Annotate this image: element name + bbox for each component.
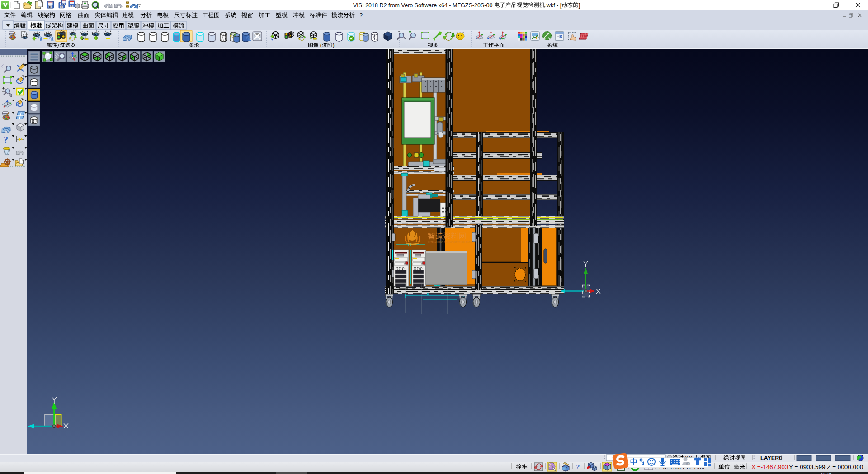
svg-text:?: ? xyxy=(4,135,8,145)
svg-text:VISI 2018 R2 from Vero Softwar: VISI 2018 R2 from Vero Software x64 - MF… xyxy=(353,2,494,9)
svg-text:INTELLIGENT MANUFACTURING DATA: INTELLIGENT MANUFACTURING DATA xyxy=(428,241,472,243)
svg-text:LAYER0: LAYER0 xyxy=(760,455,782,461)
svg-text:]: ] xyxy=(579,2,580,9)
svg-text:.wkf - [: .wkf - [ xyxy=(545,2,561,9)
svg-text::: : xyxy=(730,464,733,470)
svg-text:(: ( xyxy=(320,42,322,48)
svg-text:Y = 0903.599 Z = 0000.000: Y = 0903.599 Z = 0000.000 xyxy=(789,464,863,470)
svg-text:): ) xyxy=(333,42,335,48)
svg-text:?: ? xyxy=(359,12,363,19)
svg-text:7: 7 xyxy=(687,462,689,465)
svg-text:90: 90 xyxy=(427,293,429,295)
svg-text:X =-1467.903: X =-1467.903 xyxy=(751,464,788,470)
svg-text:?: ? xyxy=(576,463,580,471)
